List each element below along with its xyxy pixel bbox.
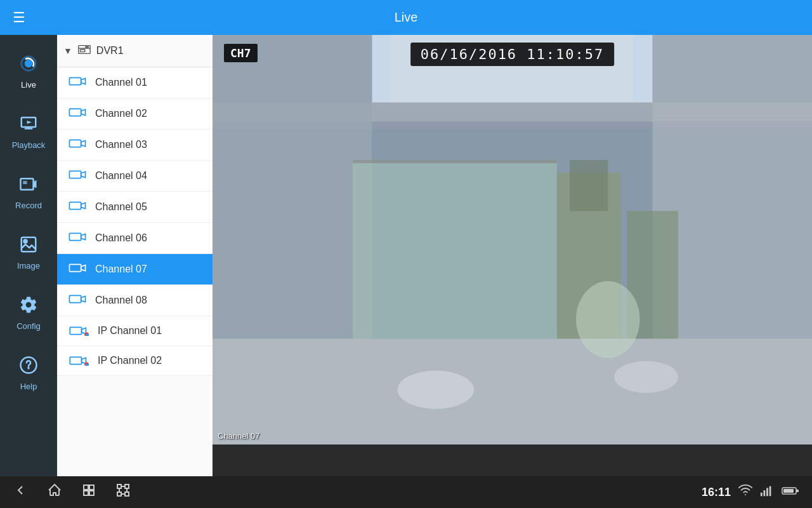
dvr-header[interactable]: ▼ DVR1 [57,35,213,67]
svg-rect-95 [761,493,763,497]
channel-cam-icon [69,107,86,120]
ipchannel-cam-icon-2: ✕ [69,356,89,366]
back-button[interactable] [13,483,28,502]
svg-point-53 [576,281,640,358]
channel-name-ch04: Channel 04 [95,170,147,182]
channel-item-ch01[interactable]: Channel 01 [57,67,213,98]
svg-rect-16 [69,77,81,84]
sidebar-item-image[interactable]: Image [0,222,57,283]
channel-name-ch08: Channel 08 [95,295,147,306]
svg-rect-86 [89,491,94,495]
battery-icon [782,486,799,498]
svg-rect-36 [70,357,81,364]
channel-item-ch04[interactable]: Channel 04 [57,161,213,192]
channel-cam-icon [69,76,86,89]
svg-rect-26 [69,233,81,240]
svg-rect-15 [80,50,84,52]
channel-cam-icon [69,232,86,244]
system-bar: 16:11 [0,476,812,508]
svg-rect-49 [353,160,557,163]
svg-text:✕: ✕ [86,333,89,336]
channel-item-ch02[interactable]: Channel 02 [57,98,213,130]
dvr-device-icon [77,43,91,59]
svg-text:✕: ✕ [86,363,89,366]
sidebar-item-playback[interactable]: Playback [0,102,57,162]
menu-button[interactable]: ☰ [13,10,25,26]
channel-name-ch02: Channel 02 [95,108,147,119]
svg-point-14 [86,46,87,48]
svg-rect-18 [69,109,81,116]
svg-rect-52 [570,160,608,211]
sidebar-item-live[interactable]: Live [0,41,57,102]
svg-rect-97 [766,488,768,496]
video-ch-label: CH7 [224,44,258,62]
svg-rect-24 [69,202,81,209]
svg-point-9 [24,239,27,243]
sidebar-item-image-label: Image [17,261,40,271]
live-icon [19,54,38,77]
svg-marker-17 [81,78,86,84]
svg-rect-20 [69,140,81,147]
channel-item-ipc02[interactable]: ✕ IP Channel 02 [57,346,213,376]
channel-name-ch01: Channel 01 [95,77,147,88]
channel-name-ch07: Channel 07 [95,264,147,275]
svg-rect-89 [117,492,121,496]
image-icon [19,235,38,258]
sidebar-item-record-label: Record [15,201,42,210]
help-icon [19,356,38,379]
sidebar-nav: Live Playback Record [0,35,57,476]
channel-name-ipc02: IP Channel 02 [98,355,162,366]
video-feed: CH7 06/16/2016 11:10:57 Channel 07 [213,35,812,444]
channel-item-ch06[interactable]: Channel 06 [57,223,213,254]
svg-rect-90 [125,492,129,496]
record-icon [19,175,38,198]
channel-item-ch03[interactable]: Channel 03 [57,130,213,161]
sidebar-item-config[interactable]: Config [0,283,57,343]
svg-rect-7 [23,181,27,184]
page-title: Live [395,10,418,25]
svg-rect-96 [764,490,766,496]
svg-rect-83 [84,485,88,490]
wifi-icon [738,484,752,501]
svg-marker-21 [81,140,86,146]
svg-marker-27 [81,234,86,239]
channel-cam-icon [69,263,86,276]
svg-marker-25 [81,203,86,208]
sidebar-item-help[interactable]: Help [0,343,57,403]
svg-point-0 [25,59,33,67]
channel-cam-icon [69,201,86,213]
svg-rect-28 [69,264,81,271]
svg-marker-29 [81,265,86,271]
playback-icon [19,114,38,138]
channel-item-ch05[interactable]: Channel 05 [57,192,213,223]
channel-cam-icon [69,138,86,151]
channel-cam-icon [69,294,86,307]
recent-apps-button[interactable] [81,483,96,502]
dvr-label: DVR1 [96,45,124,57]
svg-rect-22 [69,171,81,178]
sidebar-item-playback-label: Playback [12,140,46,150]
channel-item-ch07[interactable]: Channel 07 [57,254,213,285]
svg-rect-8 [22,237,36,251]
svg-rect-84 [89,485,94,490]
sidebar-item-config-label: Config [16,321,41,331]
scan-button[interactable] [115,483,131,502]
svg-rect-100 [796,490,799,492]
ipchannel-cam-icon: ✕ [69,326,89,336]
system-bar-left [13,483,131,502]
svg-point-13 [87,46,88,48]
svg-rect-48 [353,160,557,338]
top-bar: ☰ Live [0,0,812,35]
svg-marker-23 [81,171,86,177]
home-button[interactable] [47,483,62,502]
svg-rect-32 [70,327,81,334]
channel-item-ch08[interactable]: Channel 08 [57,285,213,316]
signal-icon [760,485,774,499]
channel-item-ipc01[interactable]: ✕ IP Channel 01 [57,316,213,346]
dvr-collapse-icon[interactable]: ▼ [63,46,72,56]
video-area: CH7 06/16/2016 11:10:57 Channel 07 [213,35,812,476]
channel-name-ch05: Channel 05 [95,201,147,213]
sidebar-item-record[interactable]: Record [0,162,57,222]
sidebar-item-help-label: Help [20,382,37,391]
system-bar-right: 16:11 [702,484,799,501]
